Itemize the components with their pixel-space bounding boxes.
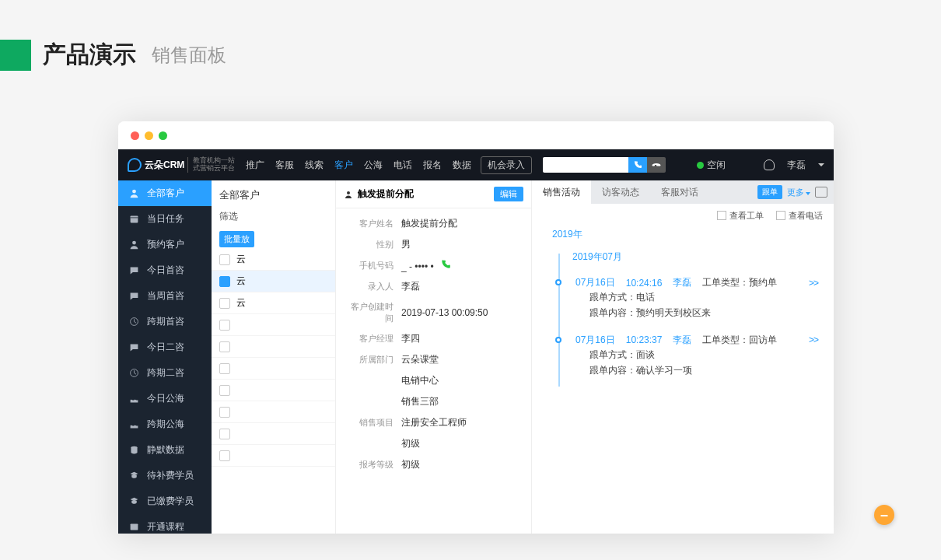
clock-icon bbox=[129, 368, 139, 378]
checkbox-icon[interactable] bbox=[219, 450, 230, 461]
nav-item-6[interactable]: 报名 bbox=[423, 159, 442, 172]
follow-button[interactable]: 跟单 bbox=[757, 185, 782, 199]
sidebar-item-11[interactable]: 待补费学员 bbox=[118, 463, 212, 488]
sidebar-item-label: 今日二咨 bbox=[147, 341, 184, 354]
checkbox-icon[interactable] bbox=[219, 363, 230, 374]
list-row[interactable]: 云 bbox=[212, 249, 335, 271]
sidebar-item-1[interactable]: 当日任务 bbox=[118, 206, 212, 232]
search-input[interactable] bbox=[543, 157, 628, 173]
hangup-button[interactable] bbox=[647, 157, 666, 173]
list-row[interactable] bbox=[212, 445, 335, 467]
maximize-dot[interactable] bbox=[159, 131, 167, 140]
tl-expand-button[interactable]: >> bbox=[809, 334, 818, 345]
list-row[interactable] bbox=[212, 336, 335, 358]
detail-value: 销售三部 bbox=[401, 395, 439, 408]
sidebar-item-6[interactable]: 今日二咨 bbox=[118, 334, 212, 360]
close-dot[interactable] bbox=[131, 131, 139, 140]
detail-value: 电销中心 bbox=[401, 374, 439, 387]
nav-item-2[interactable]: 线索 bbox=[305, 159, 324, 172]
timeline-month: 2019年07月 bbox=[572, 250, 818, 264]
checkbox-icon[interactable] bbox=[219, 341, 230, 352]
detail-body: 客户姓名触发提前分配性别男手机号码_ - •••• •录入人李磊客户创建时间20… bbox=[336, 208, 531, 480]
activity-panel: 销售活动访客动态客服对话 跟单 更多 查看工单 查看电话 2019年 2019 bbox=[532, 180, 834, 534]
sidebar-item-0[interactable]: 全部客户 bbox=[118, 180, 212, 206]
sidebar-item-7[interactable]: 跨期二咨 bbox=[118, 360, 212, 386]
app-body: 全部客户当日任务预约客户今日首咨当周首咨跨期首咨今日二咨跨期二咨今日公海跨期公海… bbox=[118, 180, 834, 534]
sea-icon bbox=[129, 394, 139, 404]
phone-icon bbox=[633, 160, 642, 170]
sidebar-item-label: 当日任务 bbox=[147, 212, 184, 226]
tab-1[interactable]: 访客动态 bbox=[591, 180, 650, 204]
checkbox-icon[interactable] bbox=[219, 385, 230, 396]
list-row[interactable] bbox=[212, 401, 335, 423]
logo[interactable]: 云朵CRM 教育机构一站 式营销云平台 bbox=[128, 157, 235, 173]
detail-row: 报考等级初级 bbox=[344, 454, 523, 475]
sidebar-item-12[interactable]: 已缴费学员 bbox=[118, 488, 212, 514]
tl-row-value: 预约明天到校区来 bbox=[636, 307, 711, 318]
checkbox-icon[interactable] bbox=[219, 298, 230, 309]
list-row[interactable]: 云 bbox=[212, 292, 335, 314]
nav-items: 推广客服线索客户公海电话报名数据 bbox=[246, 159, 471, 172]
list-row[interactable] bbox=[212, 314, 335, 336]
detail-value: 2019-07-13 00:09:50 bbox=[401, 307, 488, 318]
batch-button[interactable]: 批量放 bbox=[219, 231, 254, 247]
list-row[interactable] bbox=[212, 380, 335, 401]
sidebar-item-9[interactable]: 跨期公海 bbox=[118, 411, 212, 437]
sidebar-item-4[interactable]: 当周首咨 bbox=[118, 283, 212, 309]
detail-value: 初级 bbox=[401, 458, 420, 471]
layout-icon[interactable] bbox=[815, 187, 827, 198]
chevron-down-icon[interactable] bbox=[818, 163, 824, 166]
sidebar-item-label: 跨期首咨 bbox=[147, 315, 184, 328]
nav-item-4[interactable]: 公海 bbox=[364, 159, 383, 172]
sidebar-item-label: 跨期二咨 bbox=[147, 366, 184, 380]
page-title: 产品演示 bbox=[43, 39, 136, 71]
chat-icon bbox=[129, 291, 139, 301]
fab-minus-button[interactable]: – bbox=[874, 505, 894, 525]
sidebar-item-8[interactable]: 今日公海 bbox=[118, 386, 212, 411]
nav-item-0[interactable]: 推广 bbox=[246, 159, 264, 172]
minimize-dot[interactable] bbox=[145, 131, 153, 140]
nav-item-7[interactable]: 数据 bbox=[453, 159, 471, 172]
current-user[interactable]: 李磊 bbox=[787, 159, 806, 172]
checkbox-icon[interactable] bbox=[219, 320, 230, 331]
filter-label[interactable]: 筛选 bbox=[212, 202, 335, 231]
svg-rect-5 bbox=[131, 523, 138, 530]
page-subtitle: 销售面板 bbox=[152, 43, 226, 68]
tl-expand-button[interactable]: >> bbox=[809, 278, 818, 289]
more-label: 更多 bbox=[787, 187, 804, 197]
checkbox-icon[interactable] bbox=[219, 407, 230, 418]
nav-item-5[interactable]: 电话 bbox=[394, 159, 412, 172]
opportunity-entry-button[interactable]: 机会录入 bbox=[481, 156, 532, 174]
call-button[interactable] bbox=[628, 157, 647, 173]
view-call-checkbox[interactable]: 查看电话 bbox=[776, 210, 823, 222]
sidebar-item-13[interactable]: 开通课程 bbox=[118, 514, 212, 534]
checkbox-icon[interactable] bbox=[219, 276, 230, 287]
page-header: 产品演示 销售面板 bbox=[0, 0, 941, 94]
timeline-dot-icon bbox=[555, 279, 561, 285]
nav-item-1[interactable]: 客服 bbox=[275, 159, 294, 172]
sidebar-item-5[interactable]: 跨期首咨 bbox=[118, 309, 212, 334]
checkbox-icon[interactable] bbox=[219, 254, 230, 265]
sidebar-item-10[interactable]: 静默数据 bbox=[118, 437, 212, 463]
status-text[interactable]: 空闲 bbox=[707, 159, 726, 172]
list-row-text: 云 bbox=[236, 275, 246, 288]
bell-icon[interactable] bbox=[764, 159, 775, 170]
timeline-year: 2019年 bbox=[552, 228, 818, 241]
list-row[interactable] bbox=[212, 358, 335, 380]
list-row[interactable]: 云 bbox=[212, 271, 335, 292]
more-link[interactable]: 更多 bbox=[787, 187, 810, 198]
tab-2[interactable]: 客服对话 bbox=[650, 180, 709, 204]
tab-0[interactable]: 销售活动 bbox=[532, 180, 591, 204]
detail-label: 录入人 bbox=[344, 281, 394, 292]
sidebar-item-label: 预约客户 bbox=[147, 238, 184, 251]
sidebar-item-2[interactable]: 预约客户 bbox=[118, 232, 212, 257]
checkbox-icon[interactable] bbox=[219, 429, 230, 439]
phone-icon[interactable] bbox=[440, 259, 451, 270]
edit-button[interactable]: 编辑 bbox=[494, 187, 523, 201]
view-ticket-checkbox[interactable]: 查看工单 bbox=[717, 210, 764, 222]
detail-row: 所属部门云朵课堂 bbox=[344, 349, 523, 370]
detail-label: 客户经理 bbox=[344, 333, 394, 345]
nav-item-3[interactable]: 客户 bbox=[334, 159, 353, 172]
list-row[interactable] bbox=[212, 423, 335, 445]
sidebar-item-3[interactable]: 今日首咨 bbox=[118, 257, 212, 283]
